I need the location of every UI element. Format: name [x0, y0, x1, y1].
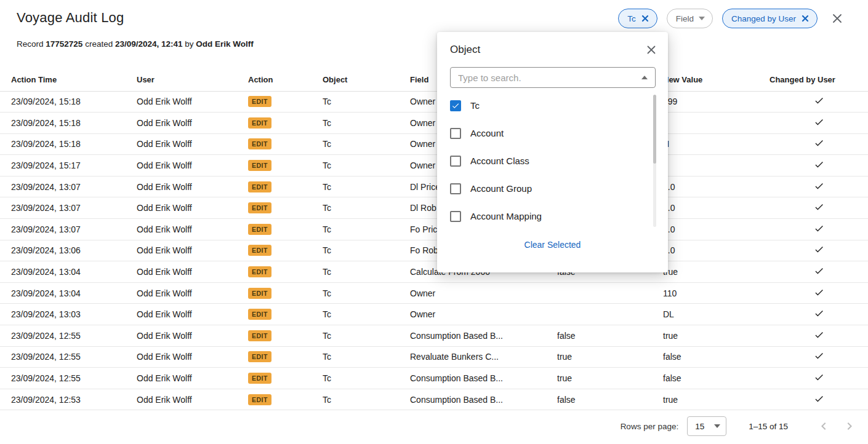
edit-badge: EDIT [248, 245, 271, 256]
edit-badge: EDIT [248, 373, 271, 384]
cell-user: Odd Erik Wolff [137, 240, 248, 261]
option-checkbox[interactable] [450, 156, 461, 167]
cell-user: Odd Erik Wolff [137, 197, 248, 219]
record-prefix: Record [17, 39, 44, 49]
check-icon [814, 394, 824, 404]
check-icon [814, 330, 824, 340]
cell-user: Odd Erik Wolff [137, 325, 248, 347]
remove-filter-icon[interactable] [801, 14, 810, 23]
option-checkbox[interactable] [450, 183, 461, 194]
object-option[interactable]: Account [437, 119, 668, 147]
cell-field: Consumption Based B... [410, 389, 557, 410]
clear-selected-button[interactable]: Clear Selected [437, 240, 668, 250]
cell-action-time: 23/09/2024, 13:07 [0, 176, 137, 197]
rows-per-page-select[interactable]: 15 [687, 416, 726, 436]
cell-action: EDIT [248, 304, 323, 325]
cell-changed-by-user [770, 176, 868, 197]
check-icon [814, 266, 824, 276]
cell-user: Odd Erik Wolff [137, 368, 248, 389]
cell-object: Tc [323, 346, 410, 368]
cell-changed-by-user [770, 91, 868, 113]
edit-badge: EDIT [248, 266, 271, 277]
check-icon [814, 117, 824, 127]
filter-chip-changed-by-user[interactable]: Changed by User [722, 9, 818, 28]
column-header-new-value: New Value [654, 69, 770, 91]
rows-per-page-value: 15 [695, 422, 704, 431]
cell-action-time: 23/09/2024, 12:53 [0, 389, 137, 410]
cell-action: EDIT [248, 261, 323, 283]
cell-object: Tc [323, 197, 410, 219]
cell-action: EDIT [248, 368, 323, 389]
option-checkbox[interactable] [450, 100, 461, 111]
cell-changed-by-user [770, 282, 868, 304]
check-icon [814, 287, 824, 298]
cell-action: EDIT [248, 389, 323, 410]
cell-old-value: false [557, 325, 654, 347]
cell-old-value: false [557, 389, 654, 410]
remove-filter-icon[interactable] [641, 14, 649, 23]
cell-new-value: true [654, 325, 770, 347]
table-row: 23/09/2024, 13:03 Odd Erik Wolff EDIT Tc… [0, 304, 868, 325]
edit-badge: EDIT [248, 138, 271, 149]
scrollbar-thumb[interactable] [653, 95, 656, 164]
audit-table-body: 23/09/2024, 15:18 Odd Erik Wolff EDIT Tc… [0, 91, 868, 410]
cell-action-time: 23/09/2024, 13:04 [0, 261, 137, 283]
dialog-header: Object [437, 32, 668, 56]
object-search-input[interactable] [456, 68, 641, 87]
dialog-title: Object [450, 44, 480, 56]
cell-object: Tc [323, 219, 410, 240]
edit-badge: EDIT [248, 351, 271, 362]
edit-badge: EDIT [248, 117, 271, 129]
dialog-close-icon[interactable] [646, 44, 657, 55]
cell-field: Consumption Based B... [410, 325, 557, 347]
cell-changed-by-user [770, 133, 868, 155]
check-icon [814, 159, 824, 170]
filter-chip-field[interactable]: Field [667, 9, 713, 28]
cell-user: Odd Erik Wolff [137, 282, 248, 304]
object-option[interactable]: Account Group [437, 175, 668, 202]
cell-object: Tc [323, 368, 410, 389]
cell-action-time: 23/09/2024, 13:03 [0, 304, 137, 325]
option-label: Tc [470, 100, 480, 111]
column-header-user: User [137, 69, 248, 91]
previous-page-button[interactable] [815, 418, 832, 435]
edit-badge: EDIT [248, 224, 271, 235]
table-row: 23/09/2024, 15:18 Odd Erik Wolff EDIT Tc… [0, 91, 868, 113]
table-row: 23/09/2024, 15:18 Odd Erik Wolff EDIT Tc… [0, 133, 868, 155]
object-option[interactable]: Account Class [437, 147, 668, 175]
filter-chip-object-label: Tc [627, 14, 636, 23]
cell-object: Tc [323, 133, 410, 155]
cell-action: EDIT [248, 282, 323, 304]
cell-action: EDIT [248, 113, 323, 134]
cell-changed-by-user [770, 240, 868, 261]
check-icon [814, 351, 824, 361]
table-row: 23/09/2024, 13:06 Odd Erik Wolff EDIT Tc… [0, 240, 868, 261]
object-option[interactable]: Tc [437, 92, 668, 119]
cell-action: EDIT [248, 155, 323, 176]
option-label: Account Group [470, 183, 532, 194]
cell-user: Odd Erik Wolff [137, 219, 248, 240]
table-pagination: Rows per page: 15 1–15 of 15 [0, 411, 868, 442]
next-page-button[interactable] [841, 418, 858, 435]
table-row: 23/09/2024, 12:55 Odd Erik Wolff EDIT Tc… [0, 368, 868, 389]
cell-new-value: 0.0 [654, 176, 770, 197]
cell-action-time: 23/09/2024, 13:07 [0, 219, 137, 240]
cell-user: Odd Erik Wolff [137, 389, 248, 410]
record-by-word: by [185, 39, 193, 49]
chevron-down-icon [699, 17, 705, 20]
filter-chip-object[interactable]: Tc [618, 9, 657, 28]
cell-action-time: 23/09/2024, 15:18 [0, 91, 137, 113]
object-option[interactable]: Account Mapping [437, 202, 668, 230]
cell-new-value: 0.0 [654, 197, 770, 219]
checkbox-check-icon [451, 101, 460, 110]
collapse-caret-icon[interactable] [641, 76, 648, 79]
option-checkbox[interactable] [450, 128, 461, 139]
close-icon[interactable] [831, 12, 843, 25]
table-row: 23/09/2024, 13:04 Odd Erik Wolff EDIT Tc… [0, 282, 868, 304]
cell-action-time: 23/09/2024, 13:04 [0, 282, 137, 304]
option-checkbox[interactable] [450, 211, 461, 222]
cell-changed-by-user [770, 113, 868, 134]
cell-old-value: true [557, 346, 654, 368]
table-row: 23/09/2024, 13:07 Odd Erik Wolff EDIT Tc… [0, 219, 868, 240]
check-icon [814, 308, 824, 319]
